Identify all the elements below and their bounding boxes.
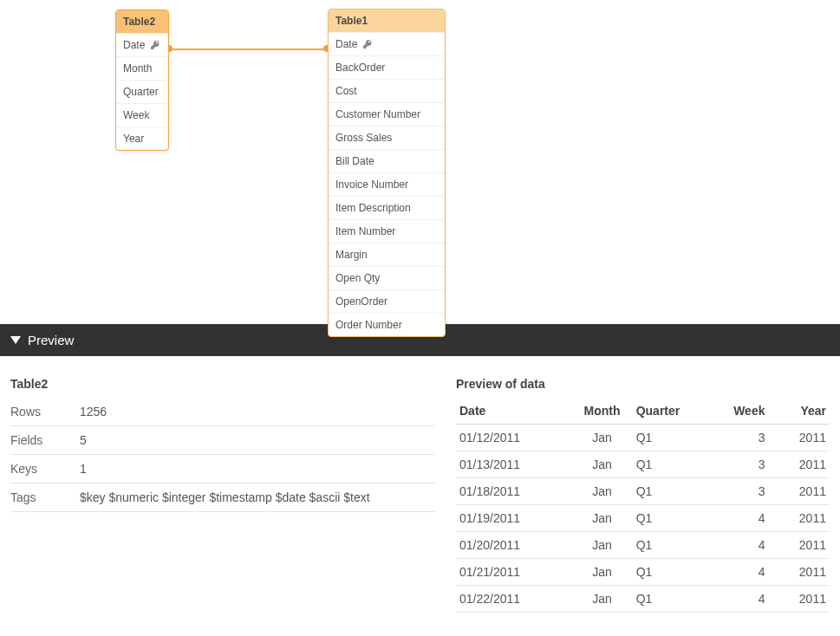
field-label: Customer Number: [335, 108, 420, 120]
data-preview-header-row: Date Month Quarter Week Year: [456, 398, 830, 425]
cell-month: Jan: [568, 565, 635, 579]
cell-year: 2011: [765, 484, 826, 498]
cell-date: 01/18/2011: [459, 484, 568, 498]
metadata-title: Table2: [10, 377, 435, 391]
table-row[interactable]: 01/21/2011JanQ142011: [456, 559, 830, 586]
table-row[interactable]: 01/13/2011JanQ132011: [456, 451, 830, 478]
field-row[interactable]: Order Number: [329, 313, 445, 336]
field-row[interactable]: Quarter: [116, 80, 168, 103]
field-row[interactable]: BackOrder: [329, 55, 445, 79]
meta-row-tags: Tags $key $numeric $integer $timestamp $…: [10, 483, 435, 512]
col-header-year[interactable]: Year: [765, 404, 826, 418]
field-row[interactable]: Customer Number: [329, 102, 445, 126]
relation-line[interactable]: [169, 49, 327, 50]
preview-panel-body: Table2 Rows 1256 Fields 5 Keys 1 Tags $k…: [0, 356, 840, 623]
field-label: Date: [123, 39, 145, 51]
preview-panel-title: Preview: [28, 333, 74, 347]
cell-year: 2011: [765, 565, 826, 579]
cell-week: 3: [704, 458, 765, 471]
cell-week: 4: [704, 538, 765, 552]
cell-quarter: Q1: [636, 511, 704, 525]
field-label: Margin: [335, 249, 368, 261]
field-row[interactable]: Date: [329, 32, 445, 55]
field-label: Item Number: [335, 225, 395, 237]
cell-year: 2011: [765, 538, 826, 552]
model-canvas[interactable]: Table2 DateMonthQuarterWeekYear Table1 D…: [0, 0, 840, 324]
cell-quarter: Q1: [636, 565, 704, 579]
field-label: Item Description: [335, 202, 411, 214]
field-row[interactable]: Invoice Number: [329, 172, 445, 196]
field-label: Cost: [335, 85, 357, 97]
table-box-table2[interactable]: Table2 DateMonthQuarterWeekYear: [115, 10, 169, 151]
meta-value: 1256: [80, 405, 435, 419]
field-row[interactable]: Week: [116, 103, 168, 127]
field-row[interactable]: Gross Sales: [329, 126, 445, 149]
cell-week: 3: [704, 484, 765, 498]
cell-date: 01/19/2011: [459, 511, 568, 525]
cell-date: 01/13/2011: [459, 458, 568, 471]
cell-date: 01/20/2011: [459, 538, 568, 552]
field-label: Bill Date: [335, 155, 374, 167]
field-row[interactable]: Margin: [329, 243, 445, 266]
field-row[interactable]: Item Description: [329, 196, 445, 219]
cell-week: 3: [704, 431, 765, 445]
cell-month: Jan: [568, 511, 635, 525]
table-box-table1[interactable]: Table1 DateBackOrderCostCustomer NumberG…: [328, 9, 446, 337]
meta-row-keys: Keys 1: [10, 455, 435, 483]
cell-date: 01/12/2011: [459, 431, 568, 445]
table-row[interactable]: 01/19/2011JanQ142011: [456, 505, 830, 532]
meta-value: $key $numeric $integer $timestamp $date …: [80, 490, 435, 504]
meta-value: 5: [80, 433, 435, 447]
table-row[interactable]: 01/12/2011JanQ132011: [456, 425, 830, 451]
svg-marker-0: [10, 336, 21, 344]
field-label: Order Number: [335, 319, 402, 331]
meta-label: Keys: [10, 462, 80, 476]
field-label: Open Qty: [335, 272, 380, 284]
cell-quarter: Q1: [636, 484, 704, 498]
field-label: BackOrder: [335, 62, 385, 74]
data-preview: Preview of data Date Month Quarter Week …: [456, 377, 830, 613]
meta-label: Rows: [10, 405, 80, 419]
field-label: OpenOrder: [335, 295, 387, 308]
field-row[interactable]: Bill Date: [329, 149, 445, 172]
cell-week: 4: [704, 511, 765, 525]
field-label: Month: [123, 62, 152, 75]
cell-year: 2011: [765, 511, 826, 525]
field-row[interactable]: Cost: [329, 79, 445, 102]
cell-year: 2011: [765, 592, 826, 606]
cell-quarter: Q1: [636, 458, 704, 471]
field-row[interactable]: Open Qty: [329, 266, 445, 289]
cell-quarter: Q1: [636, 592, 704, 606]
cell-date: 01/21/2011: [459, 565, 568, 579]
col-header-month[interactable]: Month: [568, 404, 635, 418]
table-metadata: Table2 Rows 1256 Fields 5 Keys 1 Tags $k…: [10, 377, 435, 613]
cell-month: Jan: [568, 458, 635, 471]
field-label: Week: [123, 109, 149, 121]
table-header[interactable]: Table2: [116, 10, 168, 33]
collapse-toggle-icon[interactable]: [10, 333, 21, 347]
table-row[interactable]: 01/22/2011JanQ142011: [456, 586, 830, 613]
cell-month: Jan: [568, 431, 635, 445]
cell-year: 2011: [765, 431, 826, 445]
field-row[interactable]: Year: [116, 127, 168, 150]
field-row[interactable]: Item Number: [329, 219, 445, 243]
meta-label: Tags: [10, 490, 80, 504]
field-row[interactable]: Month: [116, 56, 168, 80]
data-preview-title: Preview of data: [456, 377, 830, 391]
field-label: Date: [335, 38, 357, 50]
field-row[interactable]: Date: [116, 33, 168, 56]
table-row[interactable]: 01/18/2011JanQ132011: [456, 478, 830, 505]
field-label: Gross Sales: [335, 132, 392, 144]
col-header-quarter[interactable]: Quarter: [636, 404, 704, 418]
cell-month: Jan: [568, 538, 635, 552]
cell-week: 4: [704, 592, 765, 606]
cell-quarter: Q1: [636, 431, 704, 445]
field-row[interactable]: OpenOrder: [329, 289, 445, 313]
table-row[interactable]: 01/20/2011JanQ142011: [456, 532, 830, 559]
table-header[interactable]: Table1: [329, 10, 445, 32]
col-header-week[interactable]: Week: [704, 404, 765, 418]
col-header-date[interactable]: Date: [459, 404, 568, 418]
field-label: Quarter: [123, 86, 159, 98]
cell-date: 01/22/2011: [459, 592, 568, 606]
key-icon: [150, 40, 160, 50]
